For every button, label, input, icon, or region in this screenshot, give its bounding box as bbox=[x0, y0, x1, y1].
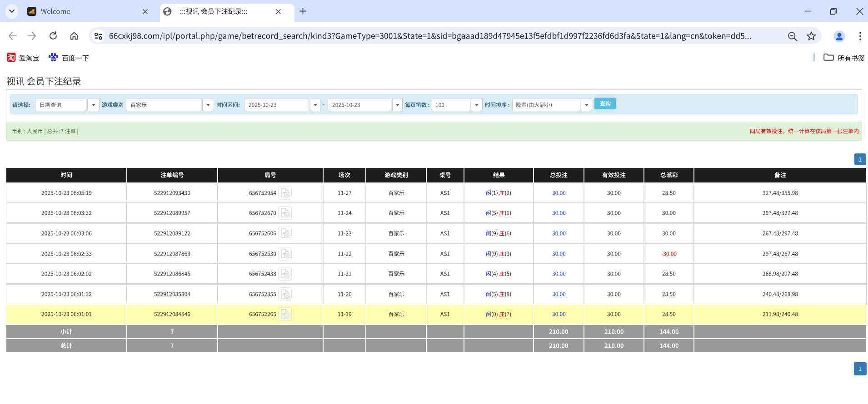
svg-text:du: du bbox=[51, 57, 56, 61]
